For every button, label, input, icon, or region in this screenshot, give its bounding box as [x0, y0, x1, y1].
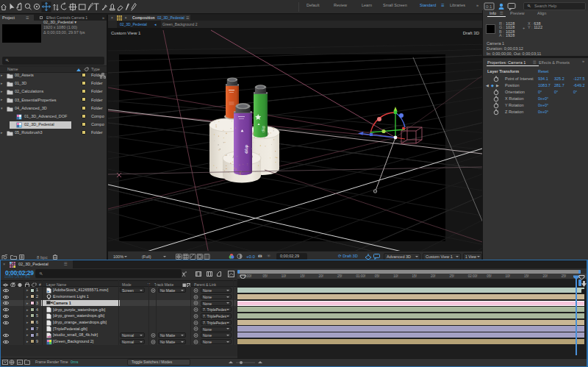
svg-text:0:1: 0:1 — [486, 4, 492, 9]
svg-text:dryp: dryp — [262, 126, 265, 132]
svg-text:dryp: dryp — [245, 145, 249, 154]
svg-text:Draft 3D: Draft 3D — [463, 31, 480, 35]
svg-text:+0.0: +0.0 — [246, 254, 256, 259]
svg-text:Custom View 1: Custom View 1 — [111, 31, 141, 35]
